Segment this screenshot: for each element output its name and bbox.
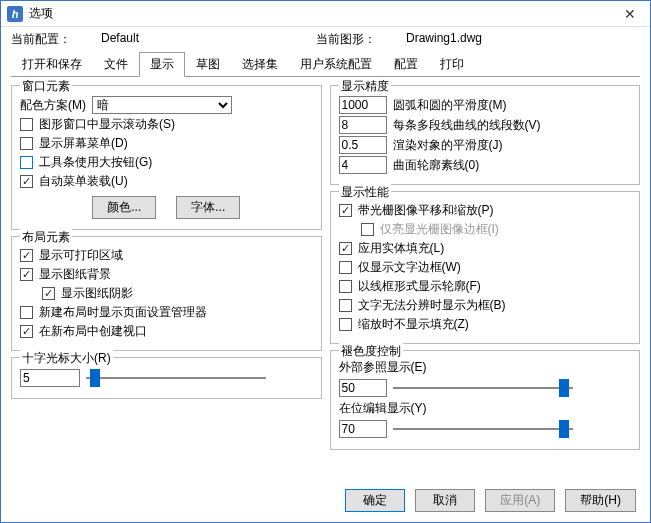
- tab-2[interactable]: 显示: [139, 52, 185, 77]
- panzoom-label: 带光栅图像平移和缩放(P): [358, 202, 494, 219]
- tab-content: 窗口元素 配色方案(M) 暗 图形窗口中显示滚动条(S) 显示屏幕菜单(D) 工…: [1, 77, 650, 481]
- seg-input[interactable]: [339, 116, 387, 134]
- tab-3[interactable]: 草图: [185, 52, 231, 77]
- precision-group: 显示精度 圆弧和圆的平滑度(M) 每条多段线曲线的线段数(V) 渲染对象的平滑度…: [330, 85, 641, 185]
- viewport-checkbox[interactable]: [20, 325, 33, 338]
- tab-strip: 打开和保存文件显示草图选择集用户系统配置配置打印: [11, 52, 640, 77]
- render-label: 渲染对象的平滑度(J): [393, 137, 503, 154]
- crosshair-group: 十字光标大小(R): [11, 357, 322, 399]
- tab-4[interactable]: 选择集: [231, 52, 289, 77]
- inplace-slider[interactable]: [393, 419, 573, 439]
- bigbuttons-checkbox[interactable]: [20, 156, 33, 169]
- tab-7[interactable]: 打印: [429, 52, 475, 77]
- screenmenu-label: 显示屏幕菜单(D): [39, 135, 128, 152]
- left-column: 窗口元素 配色方案(M) 暗 图形窗口中显示滚动条(S) 显示屏幕菜单(D) 工…: [11, 85, 322, 477]
- contour-label: 曲面轮廓素线(0): [393, 157, 480, 174]
- contour-input[interactable]: [339, 156, 387, 174]
- seg-label: 每条多段线曲线的线段数(V): [393, 117, 541, 134]
- window-elements-legend: 窗口元素: [20, 78, 72, 95]
- window-title: 选项: [29, 5, 616, 22]
- crosshair-legend: 十字光标大小(R): [20, 350, 113, 367]
- panzoom-checkbox[interactable]: [339, 204, 352, 217]
- info-row: 当前配置： Default 当前图形： Drawing1.dwg: [1, 27, 650, 50]
- arc-input[interactable]: [339, 96, 387, 114]
- highlight-checkbox[interactable]: [361, 223, 374, 236]
- config-value: Default: [101, 31, 316, 48]
- solidfill-checkbox[interactable]: [339, 242, 352, 255]
- drawing-label: 当前图形：: [316, 31, 406, 48]
- pagesetup-label: 新建布局时显示页面设置管理器: [39, 304, 207, 321]
- screenmenu-checkbox[interactable]: [20, 137, 33, 150]
- papershadow-checkbox[interactable]: [42, 287, 55, 300]
- cancel-button[interactable]: 取消: [415, 489, 475, 512]
- scheme-select[interactable]: 暗: [92, 96, 232, 114]
- highlight-label: 仅亮显光栅图像边框(I): [380, 221, 499, 238]
- close-button[interactable]: ✕: [616, 4, 644, 24]
- scrollbars-label: 图形窗口中显示滚动条(S): [39, 116, 175, 133]
- tab-1[interactable]: 文件: [93, 52, 139, 77]
- app-icon: h: [7, 6, 23, 22]
- window-elements-group: 窗口元素 配色方案(M) 暗 图形窗口中显示滚动条(S) 显示屏幕菜单(D) 工…: [11, 85, 322, 230]
- drawing-value: Drawing1.dwg: [406, 31, 621, 48]
- right-column: 显示精度 圆弧和圆的平滑度(M) 每条多段线曲线的线段数(V) 渲染对象的平滑度…: [330, 85, 641, 477]
- inplace-input[interactable]: [339, 420, 387, 438]
- ok-button[interactable]: 确定: [345, 489, 405, 512]
- paperbg-checkbox[interactable]: [20, 268, 33, 281]
- tab-6[interactable]: 配置: [383, 52, 429, 77]
- inplace-label: 在位编辑显示(Y): [339, 400, 632, 417]
- automenu-checkbox[interactable]: [20, 175, 33, 188]
- viewport-label: 在新布局中创建视口: [39, 323, 147, 340]
- printable-label: 显示可打印区域: [39, 247, 123, 264]
- render-input[interactable]: [339, 136, 387, 154]
- performance-group: 显示性能 带光栅图像平移和缩放(P) 仅亮显光栅图像边框(I) 应用实体填充(L…: [330, 191, 641, 344]
- bigbuttons-label: 工具条使用大按钮(G): [39, 154, 152, 171]
- wireframe-label: 以线框形式显示轮廓(F): [358, 278, 481, 295]
- textframe-label: 仅显示文字边框(W): [358, 259, 461, 276]
- performance-legend: 显示性能: [339, 184, 391, 201]
- nofillzoom-label: 缩放时不显示填充(Z): [358, 316, 469, 333]
- dialog-button-row: 确定 取消 应用(A) 帮助(H): [1, 481, 650, 522]
- papershadow-label: 显示图纸阴影: [61, 285, 133, 302]
- wireframe-checkbox[interactable]: [339, 280, 352, 293]
- replacebox-checkbox[interactable]: [339, 299, 352, 312]
- help-button[interactable]: 帮助(H): [565, 489, 636, 512]
- replacebox-label: 文字无法分辨时显示为框(B): [358, 297, 506, 314]
- scheme-label: 配色方案(M): [20, 97, 86, 114]
- options-dialog: h 选项 ✕ 当前配置： Default 当前图形： Drawing1.dwg …: [0, 0, 651, 523]
- layout-elements-group: 布局元素 显示可打印区域 显示图纸背景 显示图纸阴影 新建布局时显示页面设置管理…: [11, 236, 322, 351]
- font-button[interactable]: 字体...: [176, 196, 240, 219]
- tab-5[interactable]: 用户系统配置: [289, 52, 383, 77]
- pagesetup-checkbox[interactable]: [20, 306, 33, 319]
- xref-input[interactable]: [339, 379, 387, 397]
- apply-button[interactable]: 应用(A): [485, 489, 555, 512]
- solidfill-label: 应用实体填充(L): [358, 240, 445, 257]
- fade-legend: 褪色度控制: [339, 343, 403, 360]
- paperbg-label: 显示图纸背景: [39, 266, 111, 283]
- printable-checkbox[interactable]: [20, 249, 33, 262]
- automenu-label: 自动菜单装载(U): [39, 173, 128, 190]
- arc-label: 圆弧和圆的平滑度(M): [393, 97, 507, 114]
- fade-group: 褪色度控制 外部参照显示(E) 在位编辑显示(Y): [330, 350, 641, 450]
- textframe-checkbox[interactable]: [339, 261, 352, 274]
- color-button[interactable]: 颜色...: [92, 196, 156, 219]
- config-label: 当前配置：: [11, 31, 101, 48]
- layout-elements-legend: 布局元素: [20, 229, 72, 246]
- titlebar: h 选项 ✕: [1, 1, 650, 27]
- crosshair-input[interactable]: [20, 369, 80, 387]
- precision-legend: 显示精度: [339, 78, 391, 95]
- xref-label: 外部参照显示(E): [339, 359, 632, 376]
- xref-slider[interactable]: [393, 378, 573, 398]
- tab-0[interactable]: 打开和保存: [11, 52, 93, 77]
- nofillzoom-checkbox[interactable]: [339, 318, 352, 331]
- crosshair-slider[interactable]: [86, 368, 266, 388]
- scrollbars-checkbox[interactable]: [20, 118, 33, 131]
